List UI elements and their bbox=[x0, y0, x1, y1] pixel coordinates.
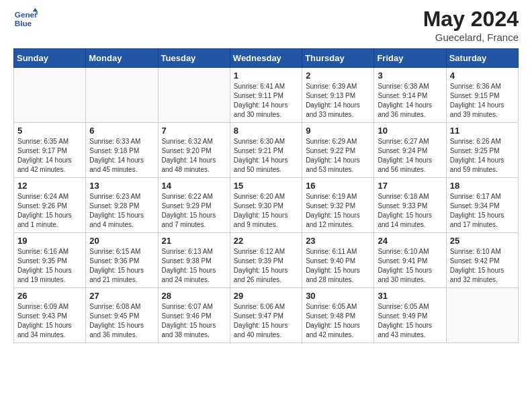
weekday-header-row: SundayMondayTuesdayWednesdayThursdayFrid… bbox=[14, 49, 519, 68]
calendar-day-cell: 25Sunrise: 6:10 AM Sunset: 9:42 PM Dayli… bbox=[446, 233, 518, 288]
calendar-table: SundayMondayTuesdayWednesdayThursdayFrid… bbox=[13, 48, 519, 343]
calendar-day-cell: 5Sunrise: 6:35 AM Sunset: 9:17 PM Daylig… bbox=[14, 123, 86, 178]
svg-text:Blue: Blue bbox=[15, 19, 32, 28]
day-number: 9 bbox=[306, 126, 370, 136]
day-info: Sunrise: 6:19 AM Sunset: 9:32 PM Dayligh… bbox=[306, 192, 370, 230]
calendar-day-cell: 28Sunrise: 6:07 AM Sunset: 9:46 PM Dayli… bbox=[158, 288, 230, 343]
calendar-day-cell bbox=[14, 68, 86, 123]
calendar-day-cell: 24Sunrise: 6:10 AM Sunset: 9:41 PM Dayli… bbox=[374, 233, 446, 288]
day-info: Sunrise: 6:22 AM Sunset: 9:29 PM Dayligh… bbox=[162, 192, 226, 230]
day-number: 6 bbox=[89, 126, 154, 136]
day-info: Sunrise: 6:29 AM Sunset: 9:22 PM Dayligh… bbox=[306, 137, 370, 175]
calendar-day-cell: 11Sunrise: 6:26 AM Sunset: 9:25 PM Dayli… bbox=[446, 123, 518, 178]
logo: General Blue bbox=[13, 7, 38, 31]
calendar-day-cell bbox=[86, 68, 158, 123]
weekday-header-monday: Monday bbox=[86, 49, 158, 68]
calendar-day-cell: 13Sunrise: 6:23 AM Sunset: 9:28 PM Dayli… bbox=[86, 178, 158, 233]
calendar-day-cell: 23Sunrise: 6:11 AM Sunset: 9:40 PM Dayli… bbox=[302, 233, 374, 288]
day-number: 13 bbox=[89, 181, 154, 191]
calendar-week-row: 1Sunrise: 6:41 AM Sunset: 9:11 PM Daylig… bbox=[14, 68, 519, 123]
calendar-day-cell: 31Sunrise: 6:05 AM Sunset: 9:49 PM Dayli… bbox=[374, 288, 446, 343]
day-info: Sunrise: 6:16 AM Sunset: 9:35 PM Dayligh… bbox=[17, 247, 82, 285]
day-number: 31 bbox=[378, 291, 442, 301]
day-number: 14 bbox=[162, 181, 226, 191]
day-number: 23 bbox=[306, 236, 370, 246]
month-year: May 2024 bbox=[423, 7, 519, 32]
day-number: 26 bbox=[17, 291, 82, 301]
calendar-day-cell: 26Sunrise: 6:09 AM Sunset: 9:43 PM Dayli… bbox=[14, 288, 86, 343]
calendar-day-cell: 15Sunrise: 6:20 AM Sunset: 9:30 PM Dayli… bbox=[230, 178, 302, 233]
day-number: 15 bbox=[234, 181, 298, 191]
day-info: Sunrise: 6:32 AM Sunset: 9:20 PM Dayligh… bbox=[162, 137, 226, 175]
day-info: Sunrise: 6:26 AM Sunset: 9:25 PM Dayligh… bbox=[450, 137, 515, 175]
day-number: 1 bbox=[234, 71, 298, 81]
calendar-day-cell bbox=[158, 68, 230, 123]
day-number: 24 bbox=[378, 236, 442, 246]
calendar-week-row: 12Sunrise: 6:24 AM Sunset: 9:26 PM Dayli… bbox=[14, 178, 519, 233]
calendar-day-cell: 10Sunrise: 6:27 AM Sunset: 9:24 PM Dayli… bbox=[374, 123, 446, 178]
day-info: Sunrise: 6:07 AM Sunset: 9:46 PM Dayligh… bbox=[162, 302, 226, 340]
calendar-day-cell: 22Sunrise: 6:12 AM Sunset: 9:39 PM Dayli… bbox=[230, 233, 302, 288]
weekday-header-thursday: Thursday bbox=[302, 49, 374, 68]
day-number: 10 bbox=[378, 126, 442, 136]
day-info: Sunrise: 6:12 AM Sunset: 9:39 PM Dayligh… bbox=[234, 247, 298, 285]
day-number: 28 bbox=[162, 291, 226, 301]
calendar-day-cell: 3Sunrise: 6:38 AM Sunset: 9:14 PM Daylig… bbox=[374, 68, 446, 123]
weekday-header-wednesday: Wednesday bbox=[230, 49, 302, 68]
weekday-header-saturday: Saturday bbox=[446, 49, 518, 68]
day-number: 5 bbox=[17, 126, 82, 136]
logo-icon: General Blue bbox=[13, 7, 38, 31]
day-info: Sunrise: 6:11 AM Sunset: 9:40 PM Dayligh… bbox=[306, 247, 370, 285]
calendar-day-cell: 2Sunrise: 6:39 AM Sunset: 9:13 PM Daylig… bbox=[302, 68, 374, 123]
calendar-day-cell: 20Sunrise: 6:15 AM Sunset: 9:36 PM Dayli… bbox=[86, 233, 158, 288]
day-number: 16 bbox=[306, 181, 370, 191]
day-number: 22 bbox=[234, 236, 298, 246]
day-number: 2 bbox=[306, 71, 370, 81]
calendar-day-cell: 30Sunrise: 6:05 AM Sunset: 9:48 PM Dayli… bbox=[302, 288, 374, 343]
day-number: 11 bbox=[450, 126, 515, 136]
calendar-day-cell: 8Sunrise: 6:30 AM Sunset: 9:21 PM Daylig… bbox=[230, 123, 302, 178]
day-number: 29 bbox=[234, 291, 298, 301]
calendar-day-cell: 18Sunrise: 6:17 AM Sunset: 9:34 PM Dayli… bbox=[446, 178, 518, 233]
calendar-week-row: 19Sunrise: 6:16 AM Sunset: 9:35 PM Dayli… bbox=[14, 233, 519, 288]
day-info: Sunrise: 6:18 AM Sunset: 9:33 PM Dayligh… bbox=[378, 192, 442, 230]
day-info: Sunrise: 6:10 AM Sunset: 9:41 PM Dayligh… bbox=[378, 247, 442, 285]
calendar-day-cell: 16Sunrise: 6:19 AM Sunset: 9:32 PM Dayli… bbox=[302, 178, 374, 233]
day-number: 4 bbox=[450, 71, 515, 81]
day-info: Sunrise: 6:38 AM Sunset: 9:14 PM Dayligh… bbox=[378, 82, 442, 120]
calendar-day-cell: 19Sunrise: 6:16 AM Sunset: 9:35 PM Dayli… bbox=[14, 233, 86, 288]
calendar-day-cell: 1Sunrise: 6:41 AM Sunset: 9:11 PM Daylig… bbox=[230, 68, 302, 123]
page-header: General Blue May 2024 Guecelard, France bbox=[13, 7, 519, 43]
day-info: Sunrise: 6:24 AM Sunset: 9:26 PM Dayligh… bbox=[17, 192, 82, 230]
day-number: 17 bbox=[378, 181, 442, 191]
day-info: Sunrise: 6:35 AM Sunset: 9:17 PM Dayligh… bbox=[17, 137, 82, 175]
day-info: Sunrise: 6:41 AM Sunset: 9:11 PM Dayligh… bbox=[234, 82, 298, 120]
day-number: 7 bbox=[162, 126, 226, 136]
day-number: 8 bbox=[234, 126, 298, 136]
day-info: Sunrise: 6:33 AM Sunset: 9:18 PM Dayligh… bbox=[89, 137, 154, 175]
weekday-header-sunday: Sunday bbox=[14, 49, 86, 68]
calendar-day-cell bbox=[446, 288, 518, 343]
day-number: 20 bbox=[89, 236, 154, 246]
day-info: Sunrise: 6:23 AM Sunset: 9:28 PM Dayligh… bbox=[89, 192, 154, 230]
day-info: Sunrise: 6:39 AM Sunset: 9:13 PM Dayligh… bbox=[306, 82, 370, 120]
day-info: Sunrise: 6:08 AM Sunset: 9:45 PM Dayligh… bbox=[89, 302, 154, 340]
calendar-day-cell: 27Sunrise: 6:08 AM Sunset: 9:45 PM Dayli… bbox=[86, 288, 158, 343]
calendar-week-row: 5Sunrise: 6:35 AM Sunset: 9:17 PM Daylig… bbox=[14, 123, 519, 178]
calendar-day-cell: 12Sunrise: 6:24 AM Sunset: 9:26 PM Dayli… bbox=[14, 178, 86, 233]
day-info: Sunrise: 6:27 AM Sunset: 9:24 PM Dayligh… bbox=[378, 137, 442, 175]
day-number: 21 bbox=[162, 236, 226, 246]
day-number: 30 bbox=[306, 291, 370, 301]
location: Guecelard, France bbox=[423, 32, 519, 43]
day-number: 25 bbox=[450, 236, 515, 246]
title-block: May 2024 Guecelard, France bbox=[423, 7, 519, 43]
calendar-day-cell: 14Sunrise: 6:22 AM Sunset: 9:29 PM Dayli… bbox=[158, 178, 230, 233]
day-info: Sunrise: 6:17 AM Sunset: 9:34 PM Dayligh… bbox=[450, 192, 515, 230]
day-info: Sunrise: 6:15 AM Sunset: 9:36 PM Dayligh… bbox=[89, 247, 154, 285]
calendar-week-row: 26Sunrise: 6:09 AM Sunset: 9:43 PM Dayli… bbox=[14, 288, 519, 343]
day-info: Sunrise: 6:05 AM Sunset: 9:48 PM Dayligh… bbox=[306, 302, 370, 340]
calendar-day-cell: 6Sunrise: 6:33 AM Sunset: 9:18 PM Daylig… bbox=[86, 123, 158, 178]
calendar-day-cell: 4Sunrise: 6:36 AM Sunset: 9:15 PM Daylig… bbox=[446, 68, 518, 123]
day-number: 3 bbox=[378, 71, 442, 81]
day-info: Sunrise: 6:30 AM Sunset: 9:21 PM Dayligh… bbox=[234, 137, 298, 175]
